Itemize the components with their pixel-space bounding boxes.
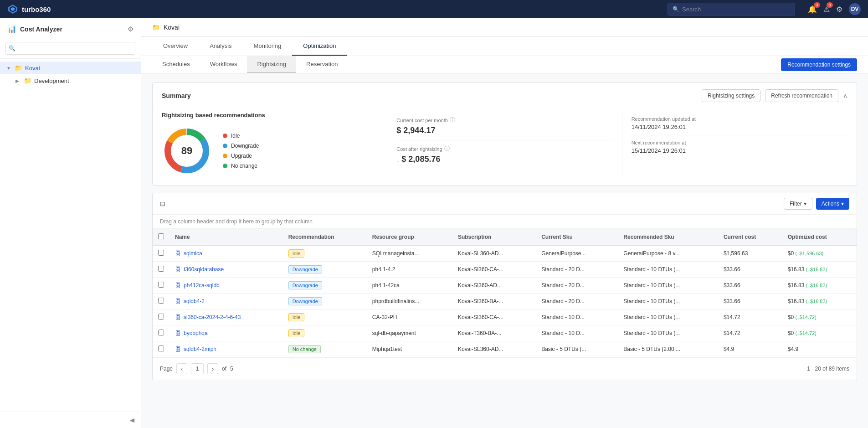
user-avatar[interactable]: DV	[849, 3, 861, 15]
tab-monitoring[interactable]: Monitoring	[243, 37, 293, 56]
col-name: Name	[169, 229, 283, 246]
cell-recommended-sku: Standard - 10 DTUs (...	[618, 309, 718, 325]
row-checkbox-cell	[153, 246, 169, 262]
legend-nochange: No change	[223, 163, 259, 169]
resource-name-link[interactable]: 🗄 sqldb4-2	[175, 298, 277, 305]
rec-updated-value: 14/11/2024 19:26:01	[632, 124, 847, 130]
cell-current-sku: GeneralPurpose...	[536, 246, 618, 262]
tab-analysis[interactable]: Analysis	[199, 37, 242, 56]
database-icon: 🗄	[175, 282, 181, 289]
breadcrumb: Kovai	[164, 24, 180, 31]
cell-name: 🗄 ph412ca-sqldb	[169, 278, 283, 294]
row-checkbox[interactable]	[158, 266, 164, 272]
summary-collapse-button[interactable]: ∧	[843, 92, 847, 99]
info-icon[interactable]: ⓘ	[450, 116, 455, 124]
resource-name: ph412ca-sqldb	[184, 282, 220, 289]
row-checkbox[interactable]	[158, 298, 164, 304]
database-icon: 🗄	[175, 298, 181, 305]
info-icon-2[interactable]: ⓘ	[444, 145, 450, 153]
cell-current-sku: Standard - 20 D...	[536, 294, 618, 309]
notifications-badge: 3	[814, 2, 820, 8]
resource-name-link[interactable]: 🗄 sqlmica	[175, 250, 277, 257]
database-icon: 🗄	[175, 314, 181, 321]
sidebar-title: 📊 Cost Analyzer	[7, 25, 62, 33]
recommendation-badge: Downgrade	[288, 265, 322, 273]
cell-subscription: Kovai-SI360-BA-...	[452, 294, 536, 309]
search-bar[interactable]: 🔍	[668, 3, 795, 15]
resource-name-link[interactable]: 🗄 sqldb4-2miph	[175, 346, 277, 353]
cell-current-cost: $14.72	[718, 309, 782, 325]
tab-overview[interactable]: Overview	[152, 37, 199, 56]
sidebar-item-kovai[interactable]: ▼ 📁 Kovai	[0, 62, 141, 74]
prev-page-button[interactable]: ‹	[176, 363, 187, 374]
tab-workflows[interactable]: Workflows	[200, 56, 247, 73]
rec-settings-area: Recommendation settings	[781, 58, 857, 71]
tab-schedules[interactable]: Schedules	[152, 56, 200, 73]
cell-recommended-sku: Standard - 10 DTUs (...	[618, 294, 718, 309]
cell-optimized-cost: $16.83 (↓$16.83)	[782, 278, 857, 294]
alerts-button[interactable]: ⚠ 8	[823, 5, 830, 14]
col-subscription: Subscription	[452, 229, 536, 246]
cell-recommended-sku: Standard - 10 DTUs (...	[618, 262, 718, 278]
filter-button[interactable]: Filter ▾	[784, 198, 812, 210]
table-toolbar: ⊟ Filter ▾ Actions ▾	[153, 193, 857, 215]
rec-next-block: Next recommendation at 15/11/2024 19:26:…	[632, 135, 847, 159]
search-input[interactable]	[682, 6, 790, 13]
row-checkbox[interactable]	[158, 330, 164, 335]
cell-optimized-cost: $0 (↓$1,596.63)	[782, 246, 857, 262]
rightsizing-settings-button[interactable]: Rightsizing settings	[702, 89, 760, 102]
row-checkbox-cell	[153, 262, 169, 278]
cell-current-cost: $4.9	[718, 341, 782, 357]
recommendation-settings-button[interactable]: Recommendation settings	[781, 58, 857, 71]
resource-name-link[interactable]: 🗄 byobphqa	[175, 330, 277, 337]
refresh-recommendation-button[interactable]: Refresh recommendation	[765, 89, 838, 102]
col-current-sku: Current Sku	[536, 229, 618, 246]
row-checkbox-cell	[153, 278, 169, 294]
main-content: 📁 Kovai Overview Analysis Monitoring Opt…	[141, 18, 868, 428]
toolbar-right: Filter ▾ Actions ▾	[784, 198, 849, 210]
cell-resource-group: Miphqa1test	[367, 341, 452, 357]
next-page-button[interactable]: ›	[207, 363, 218, 374]
donut-legend: Idle Downgrade Upgrade	[223, 133, 259, 169]
page-controls: Page ‹ 1 › of 5	[160, 363, 233, 374]
cell-current-cost: $33.66	[718, 262, 782, 278]
sidebar-item-development[interactable]: ▶ 📁 Development	[0, 74, 141, 87]
donut-chart: 89	[162, 126, 212, 176]
optimized-cost-value: $0	[788, 330, 794, 336]
cell-current-cost: $33.66	[718, 294, 782, 309]
cell-recommended-sku: Standard - 10 DTUs (...	[618, 325, 718, 341]
resource-name-link[interactable]: 🗄 t360sqldatabase	[175, 266, 277, 273]
notifications-button[interactable]: 🔔 3	[808, 5, 817, 14]
secondary-tabs: Schedules Workflows Rightsizing Reservat…	[141, 56, 868, 73]
recommendation-badge: Idle	[288, 329, 305, 337]
tab-rightsizing[interactable]: Rightsizing	[247, 56, 296, 73]
resource-name-link[interactable]: 🗄 sl360-ca-2024-2-4-6-43	[175, 314, 277, 321]
tab-optimization[interactable]: Optimization	[292, 37, 347, 56]
sidebar-search-input[interactable]	[5, 42, 135, 55]
select-all-checkbox[interactable]	[158, 233, 164, 239]
row-checkbox[interactable]	[158, 250, 164, 256]
tab-reservation[interactable]: Reservation	[296, 56, 348, 73]
chevron-down-icon: ▾	[841, 201, 844, 207]
savings-amount: (↓$16.83)	[806, 299, 827, 304]
row-checkbox[interactable]	[158, 345, 164, 351]
resource-name: sqldb4-2	[184, 298, 205, 304]
table-filter-icon[interactable]: ⊟	[160, 200, 165, 207]
rec-info-section: Recommendation updated at 14/11/2024 19:…	[622, 112, 847, 176]
cell-name: 🗄 sqlmica	[169, 246, 283, 262]
settings-button[interactable]: ⚙	[836, 5, 842, 14]
cell-subscription: Kovai-SL360-AD...	[452, 246, 536, 262]
optimized-cost-value: $4.9	[788, 346, 798, 352]
table-row: 🗄 sqldb4-2 Downgrade phprdbuildfinalins.…	[153, 294, 857, 309]
row-checkbox[interactable]	[158, 314, 164, 320]
cell-recommendation: No change	[283, 341, 367, 357]
resource-name-link[interactable]: 🗄 ph412ca-sqldb	[175, 282, 277, 289]
database-icon: 🗄	[175, 250, 181, 257]
topnav: turbo360 🔍 🔔 3 ⚠ 8 ⚙ DV	[0, 0, 868, 18]
row-checkbox[interactable]	[158, 282, 164, 288]
sidebar-search-area: 🔍	[0, 38, 141, 59]
actions-button[interactable]: Actions ▾	[816, 198, 849, 210]
sidebar-settings-button[interactable]: ⚙	[128, 25, 134, 33]
sidebar-collapse-button[interactable]: ◀	[0, 412, 141, 428]
sidebar-tree: ▼ 📁 Kovai ▶ 📁 Development	[0, 59, 141, 90]
